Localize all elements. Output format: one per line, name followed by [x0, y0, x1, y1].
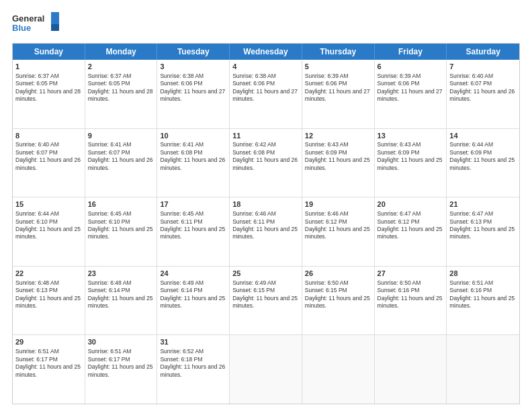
sunrise-label: Sunrise: 6:41 AM: [88, 141, 132, 148]
day-cell-16: 16Sunrise: 6:45 AMSunset: 6:10 PMDayligh…: [85, 197, 158, 266]
day-cell-28: 28Sunrise: 6:51 AMSunset: 6:16 PMDayligh…: [447, 267, 519, 335]
sunset-label: Sunset: 6:13 PM: [15, 287, 58, 293]
sunrise-label: Sunrise: 6:51 AM: [88, 348, 132, 355]
day-number: 16: [88, 199, 154, 210]
sunrise-label: Sunrise: 6:42 AM: [232, 141, 276, 148]
calendar: SundayMondayTuesdayWednesdayThursdayFrid…: [12, 43, 520, 404]
day-header-tuesday: Tuesday: [157, 44, 230, 60]
day-cell-18: 18Sunrise: 6:46 AMSunset: 6:11 PMDayligh…: [230, 197, 302, 266]
sunset-label: Sunset: 6:07 PM: [449, 80, 492, 87]
day-cell-11: 11Sunrise: 6:42 AMSunset: 6:08 PMDayligh…: [230, 129, 302, 197]
sunset-label: Sunset: 6:18 PM: [160, 356, 202, 363]
sunset-label: Sunset: 6:14 PM: [88, 287, 130, 293]
sunset-label: Sunset: 6:06 PM: [160, 80, 202, 87]
daylight-label: Daylight: 11 hours and 26 minutes.: [15, 156, 81, 171]
day-number: 21: [449, 199, 517, 210]
sunset-label: Sunset: 6:15 PM: [305, 287, 347, 293]
week-row-2: 8Sunrise: 6:40 AMSunset: 6:07 PMDaylight…: [13, 129, 519, 198]
sunrise-label: Sunrise: 6:45 AM: [88, 210, 132, 217]
day-number: 19: [305, 199, 371, 210]
sunrise-label: Sunrise: 6:46 AM: [305, 210, 349, 217]
day-cell-19: 19Sunrise: 6:46 AMSunset: 6:12 PMDayligh…: [302, 197, 375, 266]
day-number: 14: [449, 131, 517, 141]
day-number: 7: [449, 62, 517, 72]
sunset-label: Sunset: 6:11 PM: [160, 218, 202, 225]
sunrise-label: Sunrise: 6:38 AM: [160, 73, 204, 79]
sunrise-label: Sunrise: 6:46 AM: [232, 210, 276, 217]
day-cell-31: 31Sunrise: 6:52 AMSunset: 6:18 PMDayligh…: [157, 335, 230, 404]
daylight-label: Daylight: 11 hours and 25 minutes.: [160, 295, 225, 309]
sunrise-label: Sunrise: 6:51 AM: [449, 279, 493, 286]
day-cell-21: 21Sunrise: 6:47 AMSunset: 6:13 PMDayligh…: [447, 197, 519, 266]
day-cell-17: 17Sunrise: 6:45 AMSunset: 6:11 PMDayligh…: [157, 197, 230, 266]
daylight-label: Daylight: 11 hours and 25 minutes.: [15, 226, 81, 240]
daylight-label: Daylight: 11 hours and 26 minutes.: [160, 156, 225, 171]
day-cell-13: 13Sunrise: 6:43 AMSunset: 6:09 PMDayligh…: [375, 129, 447, 197]
sunset-label: Sunset: 6:17 PM: [15, 356, 58, 363]
day-number: 18: [232, 199, 299, 210]
sunrise-label: Sunrise: 6:49 AM: [232, 279, 276, 286]
day-cell-3: 3Sunrise: 6:38 AMSunset: 6:06 PMDaylight…: [157, 60, 230, 128]
week-row-4: 22Sunrise: 6:48 AMSunset: 6:13 PMDayligh…: [13, 267, 519, 336]
day-number: 27: [378, 269, 444, 279]
page: General Blue SundayMondayTuesdayWednesda…: [0, 0, 532, 411]
week-row-1: 1Sunrise: 6:37 AMSunset: 6:05 PMDaylight…: [13, 60, 519, 129]
sunset-label: Sunset: 6:10 PM: [15, 218, 58, 225]
svg-marker-2: [51, 12, 59, 24]
daylight-label: Daylight: 11 hours and 26 minutes.: [88, 156, 153, 171]
logo: General Blue: [12, 11, 59, 36]
day-cell-7: 7Sunrise: 6:40 AMSunset: 6:07 PMDaylight…: [447, 60, 519, 128]
sunset-label: Sunset: 6:15 PM: [232, 287, 275, 293]
sunset-label: Sunset: 6:07 PM: [15, 149, 58, 156]
sunset-label: Sunset: 6:11 PM: [232, 218, 275, 225]
day-cell-6: 6Sunrise: 6:39 AMSunset: 6:06 PMDaylight…: [375, 60, 447, 128]
day-header-wednesday: Wednesday: [230, 44, 302, 60]
day-cell-24: 24Sunrise: 6:49 AMSunset: 6:14 PMDayligh…: [157, 267, 230, 335]
day-number: 26: [305, 269, 371, 279]
day-header-sunday: Sunday: [13, 44, 85, 60]
sunrise-label: Sunrise: 6:50 AM: [378, 279, 421, 286]
sunset-label: Sunset: 6:14 PM: [160, 287, 202, 293]
day-number: 11: [232, 131, 299, 141]
daylight-label: Daylight: 11 hours and 25 minutes.: [378, 295, 443, 309]
sunrise-label: Sunrise: 6:47 AM: [378, 210, 421, 217]
daylight-label: Daylight: 11 hours and 25 minutes.: [305, 156, 370, 171]
day-cell-29: 29Sunrise: 6:51 AMSunset: 6:17 PMDayligh…: [13, 335, 85, 404]
daylight-label: Daylight: 11 hours and 28 minutes.: [88, 88, 153, 102]
day-number: 31: [160, 337, 226, 347]
day-number: 8: [15, 131, 82, 141]
day-number: 24: [160, 269, 226, 279]
week-row-3: 15Sunrise: 6:44 AMSunset: 6:10 PMDayligh…: [13, 197, 519, 267]
daylight-label: Daylight: 11 hours and 26 minutes.: [449, 88, 515, 102]
sunset-label: Sunset: 6:10 PM: [88, 218, 130, 225]
sunset-label: Sunset: 6:06 PM: [305, 80, 347, 87]
sunset-label: Sunset: 6:05 PM: [88, 80, 130, 87]
sunset-label: Sunset: 6:12 PM: [305, 218, 347, 225]
sunrise-label: Sunrise: 6:40 AM: [449, 73, 493, 79]
sunrise-label: Sunrise: 6:44 AM: [15, 210, 59, 217]
sunrise-label: Sunrise: 6:47 AM: [449, 210, 493, 217]
sunrise-label: Sunrise: 6:43 AM: [378, 141, 421, 148]
empty-cell: [230, 335, 302, 404]
sunrise-label: Sunrise: 6:37 AM: [15, 73, 59, 79]
sunrise-label: Sunrise: 6:38 AM: [232, 73, 276, 79]
sunrise-label: Sunrise: 6:40 AM: [15, 141, 59, 148]
sunrise-label: Sunrise: 6:44 AM: [449, 141, 493, 148]
day-number: 10: [160, 131, 226, 141]
svg-text:General: General: [12, 13, 44, 24]
day-cell-23: 23Sunrise: 6:48 AMSunset: 6:14 PMDayligh…: [85, 267, 158, 335]
day-number: 5: [305, 62, 371, 72]
sunrise-label: Sunrise: 6:43 AM: [305, 141, 349, 148]
day-number: 2: [88, 62, 154, 72]
sunset-label: Sunset: 6:16 PM: [378, 287, 420, 293]
daylight-label: Daylight: 11 hours and 27 minutes.: [378, 88, 443, 102]
day-cell-30: 30Sunrise: 6:51 AMSunset: 6:17 PMDayligh…: [85, 335, 158, 404]
sunset-label: Sunset: 6:05 PM: [15, 80, 58, 87]
sunset-label: Sunset: 6:06 PM: [378, 80, 420, 87]
day-cell-12: 12Sunrise: 6:43 AMSunset: 6:09 PMDayligh…: [302, 129, 375, 197]
daylight-label: Daylight: 11 hours and 25 minutes.: [88, 226, 153, 240]
day-number: 25: [232, 269, 299, 279]
logo-svg: General Blue: [12, 11, 59, 36]
empty-cell: [375, 335, 447, 404]
sunset-label: Sunset: 6:07 PM: [88, 149, 130, 156]
